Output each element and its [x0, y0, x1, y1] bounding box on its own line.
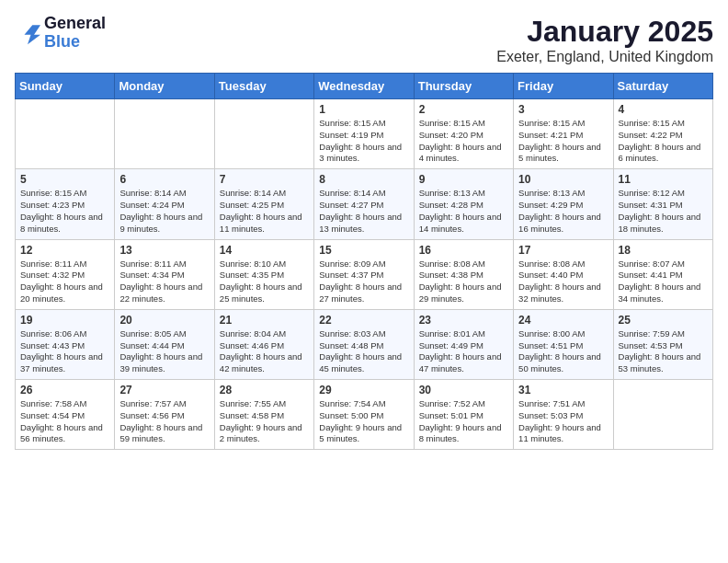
- calendar-cell: 13Sunrise: 8:11 AM Sunset: 4:34 PM Dayli…: [115, 239, 214, 309]
- day-info: Sunrise: 8:15 AM Sunset: 4:19 PM Dayligh…: [319, 118, 408, 165]
- calendar-cell: 22Sunrise: 8:03 AM Sunset: 4:48 PM Dayli…: [314, 309, 414, 379]
- day-info: Sunrise: 7:58 AM Sunset: 4:54 PM Dayligh…: [20, 398, 109, 445]
- calendar-cell: 24Sunrise: 8:00 AM Sunset: 4:51 PM Dayli…: [514, 309, 613, 379]
- calendar-header-saturday: Saturday: [613, 74, 712, 99]
- calendar-cell: [115, 99, 214, 169]
- calendar-week-row: 12Sunrise: 8:11 AM Sunset: 4:32 PM Dayli…: [16, 239, 713, 309]
- calendar-cell: 20Sunrise: 8:05 AM Sunset: 4:44 PM Dayli…: [115, 309, 214, 379]
- calendar-cell: 1Sunrise: 8:15 AM Sunset: 4:19 PM Daylig…: [314, 99, 414, 169]
- title-section: January 2025 Exeter, England, United Kin…: [496, 15, 713, 65]
- calendar-header-tuesday: Tuesday: [214, 74, 313, 99]
- day-info: Sunrise: 8:08 AM Sunset: 4:38 PM Dayligh…: [419, 259, 508, 305]
- day-info: Sunrise: 8:07 AM Sunset: 4:41 PM Dayligh…: [619, 259, 708, 305]
- calendar-cell: 12Sunrise: 8:11 AM Sunset: 4:32 PM Dayli…: [16, 239, 115, 309]
- day-number: 30: [419, 384, 508, 396]
- day-info: Sunrise: 8:14 AM Sunset: 4:27 PM Dayligh…: [319, 188, 408, 235]
- day-number: 21: [220, 314, 309, 327]
- day-number: 2: [419, 103, 508, 116]
- day-info: Sunrise: 7:55 AM Sunset: 4:58 PM Dayligh…: [220, 398, 309, 445]
- calendar-header-row: SundayMondayTuesdayWednesdayThursdayFrid…: [16, 74, 713, 99]
- calendar-header-wednesday: Wednesday: [314, 74, 414, 99]
- day-number: 3: [518, 103, 608, 116]
- day-number: 4: [619, 103, 708, 116]
- day-info: Sunrise: 8:11 AM Sunset: 4:34 PM Dayligh…: [119, 259, 209, 305]
- day-number: 8: [319, 173, 408, 186]
- day-number: 15: [319, 244, 408, 257]
- day-number: 6: [119, 173, 209, 186]
- calendar-cell: 19Sunrise: 8:06 AM Sunset: 4:43 PM Dayli…: [16, 309, 115, 379]
- calendar-cell: 27Sunrise: 7:57 AM Sunset: 4:56 PM Dayli…: [115, 380, 214, 450]
- calendar-cell: 21Sunrise: 8:04 AM Sunset: 4:46 PM Dayli…: [214, 309, 313, 379]
- day-info: Sunrise: 7:54 AM Sunset: 5:00 PM Dayligh…: [319, 398, 408, 445]
- calendar-header-sunday: Sunday: [16, 74, 115, 99]
- logo-text: General Blue: [44, 15, 106, 52]
- calendar-cell: 3Sunrise: 8:15 AM Sunset: 4:21 PM Daylig…: [514, 99, 613, 169]
- day-info: Sunrise: 8:13 AM Sunset: 4:29 PM Dayligh…: [518, 188, 608, 235]
- day-number: 5: [20, 173, 109, 186]
- calendar-cell: 8Sunrise: 8:14 AM Sunset: 4:27 PM Daylig…: [314, 169, 414, 239]
- calendar-cell: 15Sunrise: 8:09 AM Sunset: 4:37 PM Dayli…: [314, 239, 414, 309]
- day-info: Sunrise: 8:15 AM Sunset: 4:23 PM Dayligh…: [20, 188, 109, 235]
- day-number: 12: [20, 244, 109, 257]
- logo-general: General: [44, 15, 106, 33]
- day-info: Sunrise: 8:06 AM Sunset: 4:43 PM Dayligh…: [20, 328, 109, 375]
- day-number: 9: [419, 173, 508, 186]
- calendar-cell: 16Sunrise: 8:08 AM Sunset: 4:38 PM Dayli…: [414, 239, 513, 309]
- day-number: 18: [619, 244, 708, 257]
- svg-marker-1: [25, 25, 41, 44]
- calendar-cell: 10Sunrise: 8:13 AM Sunset: 4:29 PM Dayli…: [514, 169, 613, 239]
- day-number: 19: [20, 314, 109, 327]
- day-info: Sunrise: 7:51 AM Sunset: 5:03 PM Dayligh…: [518, 398, 608, 445]
- calendar-header-thursday: Thursday: [414, 74, 513, 99]
- calendar-cell: 14Sunrise: 8:10 AM Sunset: 4:35 PM Dayli…: [214, 239, 313, 309]
- calendar-cell: [16, 99, 115, 169]
- calendar-cell: 26Sunrise: 7:58 AM Sunset: 4:54 PM Dayli…: [16, 380, 115, 450]
- day-number: 29: [319, 384, 408, 396]
- calendar-week-row: 26Sunrise: 7:58 AM Sunset: 4:54 PM Dayli…: [16, 380, 713, 450]
- day-number: 24: [518, 314, 608, 327]
- calendar-cell: 5Sunrise: 8:15 AM Sunset: 4:23 PM Daylig…: [16, 169, 115, 239]
- day-number: 25: [619, 314, 708, 327]
- page-header: General Blue January 2025 Exeter, Englan…: [15, 15, 713, 65]
- day-number: 13: [119, 244, 209, 257]
- day-info: Sunrise: 8:14 AM Sunset: 4:24 PM Dayligh…: [119, 188, 209, 235]
- calendar-cell: [214, 99, 313, 169]
- calendar-week-row: 19Sunrise: 8:06 AM Sunset: 4:43 PM Dayli…: [16, 309, 713, 379]
- day-number: 20: [119, 314, 209, 327]
- calendar-week-row: 5Sunrise: 8:15 AM Sunset: 4:23 PM Daylig…: [16, 169, 713, 239]
- logo-icon: [15, 20, 40, 46]
- day-info: Sunrise: 8:09 AM Sunset: 4:37 PM Dayligh…: [319, 259, 408, 305]
- day-info: Sunrise: 8:12 AM Sunset: 4:31 PM Dayligh…: [619, 188, 708, 235]
- day-info: Sunrise: 8:15 AM Sunset: 4:22 PM Dayligh…: [619, 118, 708, 165]
- day-info: Sunrise: 7:57 AM Sunset: 4:56 PM Dayligh…: [119, 398, 209, 445]
- day-number: 23: [419, 314, 508, 327]
- calendar-cell: 28Sunrise: 7:55 AM Sunset: 4:58 PM Dayli…: [214, 380, 313, 450]
- month-year-title: January 2025: [496, 15, 713, 49]
- calendar-cell: 6Sunrise: 8:14 AM Sunset: 4:24 PM Daylig…: [115, 169, 214, 239]
- calendar-cell: 29Sunrise: 7:54 AM Sunset: 5:00 PM Dayli…: [314, 380, 414, 450]
- day-info: Sunrise: 8:15 AM Sunset: 4:21 PM Dayligh…: [518, 118, 608, 165]
- day-number: 14: [220, 244, 309, 257]
- calendar-cell: 23Sunrise: 8:01 AM Sunset: 4:49 PM Dayli…: [414, 309, 513, 379]
- calendar-cell: 4Sunrise: 8:15 AM Sunset: 4:22 PM Daylig…: [613, 99, 712, 169]
- day-info: Sunrise: 8:11 AM Sunset: 4:32 PM Dayligh…: [20, 259, 109, 305]
- logo-blue: Blue: [44, 33, 106, 52]
- day-number: 10: [518, 173, 608, 186]
- calendar-cell: 25Sunrise: 7:59 AM Sunset: 4:53 PM Dayli…: [613, 309, 712, 379]
- day-info: Sunrise: 8:05 AM Sunset: 4:44 PM Dayligh…: [119, 328, 209, 375]
- day-info: Sunrise: 7:59 AM Sunset: 4:53 PM Dayligh…: [619, 328, 708, 375]
- calendar-cell: 11Sunrise: 8:12 AM Sunset: 4:31 PM Dayli…: [613, 169, 712, 239]
- day-number: 7: [220, 173, 309, 186]
- day-info: Sunrise: 8:15 AM Sunset: 4:20 PM Dayligh…: [419, 118, 508, 165]
- day-number: 28: [220, 384, 309, 396]
- day-number: 26: [20, 384, 109, 396]
- logo: General Blue: [15, 15, 106, 52]
- day-info: Sunrise: 8:13 AM Sunset: 4:28 PM Dayligh…: [419, 188, 508, 235]
- day-number: 11: [619, 173, 708, 186]
- day-info: Sunrise: 8:04 AM Sunset: 4:46 PM Dayligh…: [220, 328, 309, 375]
- calendar-cell: 31Sunrise: 7:51 AM Sunset: 5:03 PM Dayli…: [514, 380, 613, 450]
- calendar-cell: 30Sunrise: 7:52 AM Sunset: 5:01 PM Dayli…: [414, 380, 513, 450]
- location-subtitle: Exeter, England, United Kingdom: [496, 49, 713, 65]
- day-info: Sunrise: 7:52 AM Sunset: 5:01 PM Dayligh…: [419, 398, 508, 445]
- calendar-cell: 17Sunrise: 8:08 AM Sunset: 4:40 PM Dayli…: [514, 239, 613, 309]
